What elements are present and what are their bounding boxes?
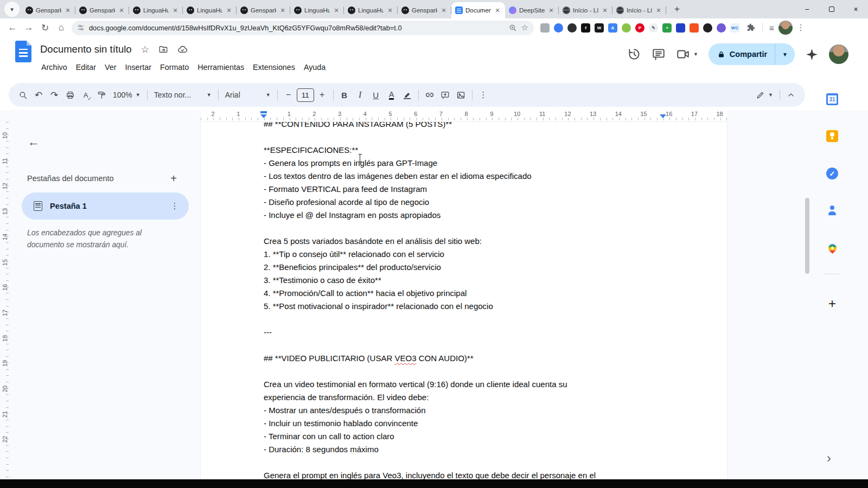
document-page[interactable]: ## **CONTENIDO PARA INSTAGRAM (5 POSTS)*… [201,122,727,479]
blue-square-extension-icon[interactable] [676,23,685,33]
translate-extension-icon[interactable]: A [608,23,617,33]
add-document-tab-button[interactable]: + [166,171,181,186]
tab-close-icon[interactable]: × [225,7,233,14]
first-line-indent-marker[interactable] [260,111,267,113]
tab-close-icon[interactable]: × [118,7,125,14]
decrease-font-size-icon[interactable]: − [281,87,296,102]
back-button[interactable]: ← [4,20,21,36]
pinterest-extension-icon[interactable]: P [635,23,644,33]
purple-extension-icon[interactable] [717,23,726,33]
eyedropper-extension-icon[interactable] [703,23,712,33]
browser-tab[interactable]: Início - Língu× [612,2,666,18]
tab-close-icon[interactable]: × [279,7,286,14]
browser-menu-kebab-icon[interactable]: ⋮ [797,23,805,33]
address-bar[interactable]: docs.google.com/document/d/158wHsIfDRvX1… [72,21,534,35]
reload-button[interactable]: ↻ [37,20,53,36]
redo-icon[interactable]: ↷ [47,87,62,102]
cloud-saved-icon[interactable] [177,44,188,55]
insert-link-icon[interactable] [422,87,437,102]
document-scrollbar[interactable] [805,198,809,274]
contacts-icon[interactable] [825,203,839,217]
google-docs-logo-icon[interactable] [15,41,31,62]
gemini-spark-icon[interactable] [805,48,819,61]
menu-insertar[interactable]: Insertar [121,61,156,74]
menu-ver[interactable]: Ver [100,61,120,74]
menu-archivo[interactable]: Archivo [37,61,72,74]
paint-format-icon[interactable] [94,87,109,102]
menu-extensiones[interactable]: Extensiones [248,61,299,74]
new-tab-button[interactable]: + [669,2,685,17]
more-options-kebab-icon[interactable]: ⋮ [476,87,491,102]
maximize-button[interactable] [819,0,844,18]
underline-icon[interactable]: U [368,87,384,102]
right-indent-marker[interactable] [660,114,666,121]
add-comment-icon[interactable] [438,87,453,102]
tab-close-icon[interactable]: × [494,7,501,14]
share-options-caret[interactable]: ▼ [775,52,795,57]
menu-formato[interactable]: Formato [156,61,193,74]
extensions-puzzle-icon[interactable] [746,23,756,33]
text-color-icon[interactable]: A [384,87,399,102]
version-history-icon[interactable] [627,47,641,61]
browser-tab[interactable]: DeepSite | B× [505,2,559,18]
forward-button[interactable]: → [21,20,37,36]
font-select[interactable]: Arial▼ [222,87,274,102]
search-menus-icon[interactable] [15,87,30,102]
tab-close-icon[interactable]: × [440,7,448,14]
wc-extension-icon[interactable]: WC [730,23,739,33]
magnifier-extension-icon[interactable] [567,23,577,33]
move-folder-icon[interactable] [158,44,168,54]
browser-tab[interactable]: Genspark - P× [22,2,75,18]
bold-icon[interactable]: B [337,87,352,102]
close-window-button[interactable]: × [844,0,868,18]
tab-close-icon[interactable]: × [64,7,72,14]
spelling-check-icon[interactable]: A✓ [78,87,93,102]
capture-extension-icon[interactable] [540,23,550,33]
tab-close-icon[interactable]: × [547,7,555,14]
undo-icon[interactable]: ↶ [31,87,46,102]
zoom-icon[interactable] [509,24,517,32]
green-leaf-extension-icon[interactable] [622,23,631,33]
blue-round-extension-icon[interactable] [554,23,563,33]
comment-history-icon[interactable] [652,47,666,61]
insert-image-icon[interactable] [454,87,469,102]
paragraph-style-select[interactable]: Texto nor...▼ [151,87,215,102]
hide-menus-icon[interactable] [783,87,799,102]
calendar-icon[interactable]: 31 [825,92,839,106]
close-sidebar-button[interactable]: ← [23,131,44,153]
browser-tab[interactable]: LinguaHub -× [129,2,183,18]
join-call-control[interactable]: ▼ [676,47,698,61]
tab-close-icon[interactable]: × [655,7,662,14]
italic-icon[interactable]: I [353,87,368,102]
pencil-extension-icon[interactable]: ✎ [649,23,658,33]
tab-options-kebab-icon[interactable]: ⋮ [168,201,181,211]
w-brackets-extension-icon[interactable]: W [595,23,604,33]
star-document-icon[interactable]: ☆ [141,45,149,54]
tab-close-icon[interactable]: × [333,7,340,14]
tab-close-icon[interactable]: × [171,7,179,14]
tab-search-button[interactable]: ▾ [4,2,20,17]
f-extension-icon[interactable]: f [581,23,590,33]
print-icon[interactable] [62,87,78,102]
green-plus-extension-icon[interactable]: + [662,23,672,33]
font-size-input[interactable]: 11 [297,88,314,102]
increase-font-size-icon[interactable]: + [315,87,330,102]
browser-tab[interactable]: LinguaHub -× [183,2,237,18]
orange-extension-icon[interactable] [690,23,699,33]
tab-list-menu-icon[interactable]: ≡ [769,23,774,33]
get-add-ons-button[interactable]: + [825,297,839,311]
tab-close-icon[interactable]: × [601,7,609,14]
browser-tab[interactable]: Documento× [451,2,505,18]
editing-mode-select[interactable]: ▼ [752,87,776,102]
menu-editar[interactable]: Editar [72,61,100,74]
account-avatar[interactable] [829,44,848,64]
share-button[interactable]: Compartir ▼ [709,43,795,65]
sidebar-item-pestana-1[interactable]: Pestaña 1 ⋮ [22,192,189,220]
left-indent-marker[interactable] [260,114,267,121]
browser-tab[interactable]: LinguaHub -× [344,2,398,18]
browser-tab[interactable]: Genspark - F× [75,2,129,18]
browser-tab[interactable]: LinguaHub -× [290,2,344,18]
browser-profile-avatar[interactable] [778,21,793,35]
browser-tab[interactable]: Início - Língu× [559,2,612,18]
tab-close-icon[interactable]: × [386,7,394,14]
